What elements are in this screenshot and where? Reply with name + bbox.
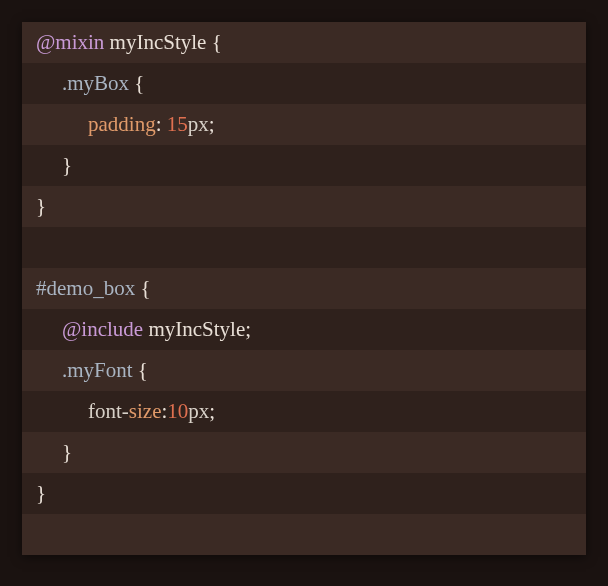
code-line: } [22,473,586,514]
code-token: myIncStyle [110,30,207,55]
code-token: { [212,30,222,55]
code-line: } [22,145,586,186]
code-token: } [62,440,72,465]
code-token: .myBox [62,71,129,96]
code-token: px [188,399,209,424]
code-token: padding [88,112,156,137]
code-token: } [36,481,46,506]
code-token: 15 [167,112,188,137]
code-line: padding: 15px; [22,104,586,145]
code-token: 10 [167,399,188,424]
code-token: ; [209,399,215,424]
code-token: font- [88,399,129,424]
code-token: } [36,194,46,219]
code-line: @mixin myIncStyle { [22,22,586,63]
code-token: @mixin [36,30,104,55]
code-token: px [188,112,209,137]
code-line: .myBox { [22,63,586,104]
code-line: } [22,432,586,473]
code-line: #demo_box { [22,268,586,309]
code-token: ; [209,112,215,137]
code-token: #demo_box [36,276,135,301]
code-block: @mixin myIncStyle {.myBox {padding: 15px… [22,22,586,555]
code-token: myIncStyle [148,317,245,342]
code-token: size [129,399,162,424]
code-token: @include [62,317,143,342]
code-token: ; [245,317,251,342]
code-token: } [62,153,72,178]
code-token: .myFont [62,358,133,383]
code-token: { [140,276,150,301]
code-line: @include myIncStyle; [22,309,586,350]
code-token: { [138,358,148,383]
code-line: font-size:10px; [22,391,586,432]
code-line [22,227,586,268]
code-line [22,514,586,555]
code-line: } [22,186,586,227]
code-token: { [134,71,144,96]
code-line: .myFont { [22,350,586,391]
